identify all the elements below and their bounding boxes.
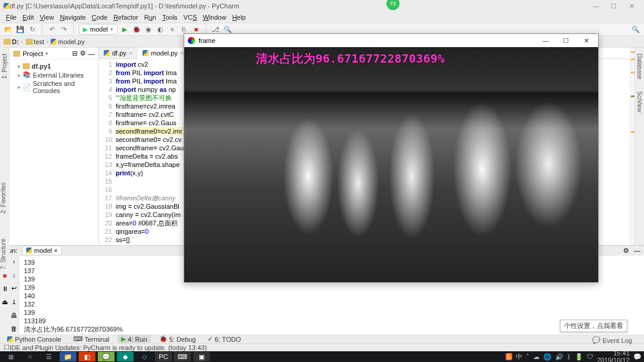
run-icon[interactable]: ▶	[120, 24, 129, 34]
toolwindow-python-console-tab[interactable]: Python Console	[4, 336, 65, 343]
up-icon[interactable]: ↑	[13, 258, 16, 265]
toolwindow-structure-tab[interactable]: 7: Structure	[0, 235, 7, 273]
collapse-icon[interactable]: ⊟	[72, 49, 78, 57]
taskview-icon[interactable]: ☰	[41, 352, 57, 361]
chevron-down-icon[interactable]: ▾	[45, 51, 48, 57]
menu-run[interactable]: Run	[142, 14, 159, 21]
run-tab[interactable]: model×	[22, 246, 61, 255]
app-icon[interactable]: ◇	[136, 352, 153, 361]
toolwindow-sciview-tab[interactable]: SciView	[636, 88, 643, 116]
terminal-icon[interactable]: ⌨	[174, 352, 191, 361]
menu-view[interactable]: View	[38, 14, 57, 21]
nav-file[interactable]: model.py	[51, 38, 85, 45]
wechat-icon[interactable]: 💬	[98, 352, 114, 361]
bluetooth-icon[interactable]: ᛒ	[567, 353, 571, 360]
code-text[interactable]: import cv2from PIL import Imafrom PIL im…	[116, 59, 184, 245]
coverage-icon[interactable]: ◉	[144, 24, 153, 34]
gear-icon[interactable]: ⚙	[623, 247, 629, 255]
frame-close-button[interactable]: ✕	[578, 37, 595, 45]
run-config-combo[interactable]: ▶ model ▾	[79, 24, 117, 35]
close-tab-icon[interactable]: ×	[54, 247, 57, 254]
editor-tab[interactable]: df.py×	[99, 48, 138, 58]
vcs-icon[interactable]: ⎇	[211, 24, 221, 34]
nav-root[interactable]: D:	[4, 38, 19, 45]
shield-icon[interactable]: 🛡	[587, 353, 593, 360]
menu-file[interactable]: File	[4, 14, 19, 21]
opencv-frame-window[interactable]: frame — ☐ ✕ 清水占比为96.67167722870369%	[184, 33, 599, 283]
hide-icon[interactable]: —	[88, 50, 95, 57]
print-icon[interactable]: 🖶	[11, 312, 17, 319]
window-maximize-button[interactable]: ☐	[605, 2, 623, 10]
down-icon[interactable]: ↓	[13, 271, 16, 279]
event-log-button[interactable]: 💬Event Log	[592, 336, 632, 344]
close-tab-icon[interactable]: ×	[129, 49, 132, 57]
notifications-icon[interactable]: 💬	[633, 353, 642, 361]
start-button[interactable]: ⊞	[2, 352, 19, 361]
menu-tools[interactable]: Tools	[160, 14, 180, 21]
menu-edit[interactable]: Edit	[20, 14, 36, 21]
toolwindow-project-tab[interactable]: 1: Project	[1, 50, 8, 82]
menu-refactor[interactable]: Refactor	[111, 14, 141, 21]
clock[interactable]: 15:412019/10/12	[597, 349, 630, 362]
pause-icon[interactable]: ⏸	[2, 285, 8, 292]
nav-folder[interactable]: test	[26, 38, 45, 45]
toolwindow-terminal-tab[interactable]: ⌨Terminal	[70, 335, 113, 343]
refresh-icon[interactable]: ↻	[27, 24, 37, 34]
attach-icon[interactable]: ⎘	[179, 24, 189, 34]
cortana-icon[interactable]: ○	[21, 352, 38, 361]
ime-indicator[interactable]: 中	[516, 352, 522, 361]
ime-icon[interactable]: S	[506, 353, 512, 360]
app-icon[interactable]: ◆	[117, 352, 134, 361]
search-everywhere-icon[interactable]: 🔍	[631, 24, 640, 34]
hide-icon[interactable]: —	[634, 247, 640, 254]
project-tree[interactable]: ▸df.py1 ▸📚External Libraries ▸📄Scratches…	[10, 60, 98, 97]
exit-icon[interactable]: ⏏	[2, 298, 8, 306]
softwrap-icon[interactable]: ↩	[11, 284, 17, 292]
profile-icon[interactable]: ◐	[156, 24, 165, 34]
menu-help[interactable]: Help	[230, 14, 248, 21]
error-stripe[interactable]	[630, 48, 634, 245]
save-icon[interactable]: 💾	[16, 24, 25, 34]
toolwindow-run-tab[interactable]: ▶4: Run	[117, 335, 150, 343]
onedrive-icon[interactable]: ☁	[533, 353, 540, 361]
frame-maximize-button[interactable]: ☐	[558, 37, 574, 45]
balloon-hint[interactable]: 个性设置，点我看看	[560, 320, 627, 332]
debug-icon[interactable]: 🐞	[132, 24, 141, 34]
redo-icon[interactable]: ↷	[59, 24, 69, 34]
menu-window[interactable]: Window	[200, 14, 228, 21]
battery-icon[interactable]: 🔋	[575, 353, 583, 361]
frame-minimize-button[interactable]: —	[537, 37, 554, 44]
clear-icon[interactable]: 🗑	[11, 325, 17, 332]
editor-tab[interactable]: model.py×	[138, 48, 189, 59]
menu-code[interactable]: Code	[89, 14, 110, 21]
concurrency-icon[interactable]: ≡	[168, 24, 177, 34]
event-log-icon: 💬	[592, 336, 600, 344]
volume-icon[interactable]: 🔊	[555, 353, 564, 361]
scroll-icon[interactable]: ⤓	[11, 298, 17, 306]
toolwindow-debug-tab[interactable]: 🐞5: Debug	[156, 335, 200, 343]
stop-icon[interactable]: ■	[191, 24, 201, 34]
frame-titlebar[interactable]: frame — ☐ ✕	[184, 34, 598, 47]
python-window-icon[interactable]: ▣	[193, 352, 210, 361]
menu-navigate[interactable]: Navigate	[57, 14, 88, 21]
toolwindow-favorites-tab[interactable]: 2: Favorites	[0, 179, 7, 217]
tray-chevron-icon[interactable]: ˄	[526, 353, 530, 361]
system-tray[interactable]: S 中 ˄ ☁ 🌐 🔊 ᛒ 🔋 🛡 15:412019/10/12 💬	[506, 349, 642, 362]
folder-icon	[4, 39, 11, 45]
search-icon[interactable]: 🔍	[223, 24, 233, 34]
toolwindow-database-tab[interactable]: Database	[636, 50, 643, 83]
app-icon[interactable]: ◧	[79, 352, 95, 361]
debug-icon: 🐞	[159, 335, 168, 343]
menu-vcs[interactable]: VCS	[181, 14, 200, 21]
frame-title: frame	[199, 37, 534, 44]
gear-icon[interactable]: ⚙	[80, 49, 86, 57]
open-icon[interactable]: 📂	[4, 24, 13, 34]
window-minimize-button[interactable]: —	[587, 2, 605, 10]
pycharm-icon[interactable]: PC	[155, 352, 172, 361]
undo-icon[interactable]: ↶	[47, 24, 57, 34]
toolwindow-todo-tab[interactable]: ✓6: TODO	[204, 335, 244, 343]
explorer-icon[interactable]: 📁	[60, 352, 76, 361]
status-icon[interactable]: ☐	[4, 344, 10, 351]
window-close-button[interactable]: ✕	[623, 2, 640, 10]
network-icon[interactable]: 🌐	[543, 353, 552, 361]
